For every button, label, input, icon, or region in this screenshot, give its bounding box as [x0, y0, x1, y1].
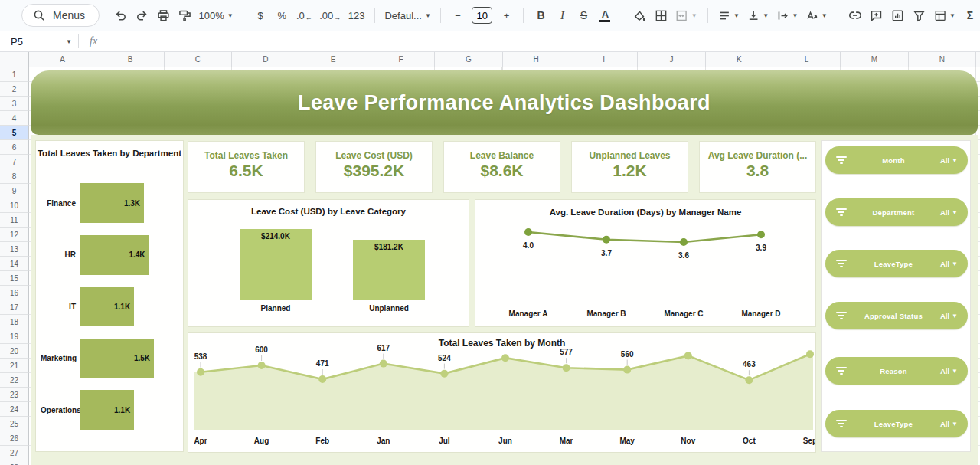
row-header-25[interactable]: 25: [0, 417, 29, 431]
row-header-14[interactable]: 14: [0, 257, 29, 271]
slicer-value-dropdown[interactable]: All▼: [940, 156, 958, 165]
row-header-22[interactable]: 22: [0, 373, 29, 388]
kpi-card-3[interactable]: Leave Balance$8.6K: [443, 141, 560, 193]
row-header-26[interactable]: 26: [0, 431, 29, 446]
insert-chart-button[interactable]: [888, 5, 908, 26]
dashboard-title-banner[interactable]: Leave Performance Analytics Dashboard: [31, 70, 978, 135]
row-header-10[interactable]: 10: [0, 198, 29, 213]
increase-decimal-button[interactable]: .00→: [317, 5, 344, 26]
row-header-23[interactable]: 23: [0, 388, 29, 402]
row-header-27[interactable]: 27: [0, 446, 29, 460]
row-header-6[interactable]: 6: [0, 140, 29, 155]
slicer-value-dropdown[interactable]: All▼: [940, 367, 958, 375]
functions-button[interactable]: Σ: [960, 5, 980, 26]
column-header-B[interactable]: B: [96, 52, 164, 67]
name-box[interactable]: P5 ▼: [0, 36, 78, 47]
column-header-N[interactable]: N: [909, 52, 976, 67]
row-header-16[interactable]: 16: [0, 286, 29, 300]
kpi-card-1[interactable]: Total Leaves Taken6.5K: [188, 141, 305, 193]
row-header-15[interactable]: 15: [0, 271, 29, 286]
slicer-month[interactable]: MonthAll▼: [825, 146, 968, 174]
number-format-button[interactable]: 123: [345, 5, 368, 26]
slicer-leavetype[interactable]: LeaveTypeAll▼: [825, 410, 968, 437]
insert-comment-button[interactable]: [867, 5, 887, 26]
print-button[interactable]: [153, 5, 173, 26]
text-wrap-button[interactable]: ▼: [773, 5, 801, 26]
strikethrough-button[interactable]: S: [573, 5, 593, 26]
sheet-grid[interactable]: 1234567891011121314151617181920212223242…: [0, 67, 980, 465]
row-header-1[interactable]: 1: [0, 67, 29, 82]
slicer-reason[interactable]: ReasonAll▼: [825, 357, 968, 385]
column-header-G[interactable]: G: [435, 52, 502, 67]
slicer-value-dropdown[interactable]: All▼: [940, 420, 958, 428]
formula-input[interactable]: fx: [79, 35, 980, 47]
row-header-21[interactable]: 21: [0, 359, 29, 373]
fill-color-button[interactable]: [629, 5, 649, 26]
slicer-value-dropdown[interactable]: All▼: [940, 208, 958, 217]
decrease-decimal-button[interactable]: .0←: [293, 5, 315, 26]
paint-format-button[interactable]: [175, 5, 194, 26]
row-header-17[interactable]: 17: [0, 300, 29, 315]
column-header-K[interactable]: K: [706, 52, 773, 67]
column-header-J[interactable]: J: [638, 52, 705, 67]
kpi-card-5[interactable]: Avg Leave Duration (...3.8: [699, 141, 816, 193]
row-header-12[interactable]: 12: [0, 228, 29, 242]
create-filter-button[interactable]: [910, 5, 929, 26]
zoom-control[interactable]: 100% ▼: [196, 5, 236, 26]
undo-button[interactable]: [110, 5, 130, 26]
filter-views-button[interactable]: ▼: [931, 5, 959, 26]
decrease-font-size-button[interactable]: −: [448, 5, 468, 26]
slicer-value-dropdown[interactable]: All▼: [940, 260, 958, 268]
row-header-2[interactable]: 2: [0, 82, 29, 97]
borders-button[interactable]: [651, 5, 671, 26]
kpi-card-2[interactable]: Leave Cost (USD)$395.2K: [315, 141, 433, 193]
percent-format-button[interactable]: %: [272, 5, 292, 26]
row-header-4[interactable]: 4: [0, 111, 29, 126]
row-header-3[interactable]: 3: [0, 97, 29, 111]
column-header-D[interactable]: D: [232, 52, 299, 67]
row-header-24[interactable]: 24: [0, 402, 29, 417]
column-header-I[interactable]: I: [570, 52, 638, 67]
kpi-card-4[interactable]: Unplanned Leaves1.2K: [571, 141, 688, 193]
chart-leave-cost-by-category[interactable]: Leave Cost (USD) by Leave Category $214.…: [188, 199, 469, 327]
font-select[interactable]: Defaul... ▼: [382, 5, 433, 26]
menus-search[interactable]: Menus: [21, 4, 100, 27]
row-header-7[interactable]: 7: [0, 155, 29, 169]
font-size-input[interactable]: 10: [472, 7, 492, 24]
column-header-H[interactable]: H: [503, 52, 570, 67]
row-header-20[interactable]: 20: [0, 344, 29, 359]
merge-cells-button[interactable]: ▼: [672, 5, 700, 26]
text-color-button[interactable]: A: [595, 5, 615, 26]
redo-button[interactable]: [132, 5, 152, 26]
vertical-align-button[interactable]: ▼: [744, 5, 772, 26]
row-header-9[interactable]: 9: [0, 184, 29, 198]
row-header-5[interactable]: 5: [0, 126, 29, 140]
column-header-L[interactable]: L: [773, 52, 841, 67]
column-header-E[interactable]: E: [299, 52, 367, 67]
row-header-18[interactable]: 18: [0, 315, 29, 329]
slicer-value-dropdown[interactable]: All▼: [940, 312, 958, 320]
slicer-approval-status[interactable]: Approval StatusAll▼: [825, 302, 968, 329]
bold-button[interactable]: B: [531, 5, 550, 26]
chart-total-leaves-by-month[interactable]: Total Leaves Taken by Month 538Apr600Aug…: [188, 332, 816, 453]
insert-link-button[interactable]: [845, 5, 865, 26]
column-header-M[interactable]: M: [841, 52, 908, 67]
column-header-F[interactable]: F: [368, 52, 435, 67]
increase-font-size-button[interactable]: +: [496, 5, 516, 26]
row-header-13[interactable]: 13: [0, 242, 29, 257]
italic-button[interactable]: I: [552, 5, 572, 26]
slicer-leavetype[interactable]: LeaveTypeAll▼: [825, 250, 968, 277]
text-rotation-button[interactable]: ▼: [802, 5, 830, 26]
row-header-11[interactable]: 11: [0, 213, 29, 228]
select-all-corner[interactable]: [0, 52, 29, 67]
row-header-8[interactable]: 8: [0, 169, 29, 184]
column-header-C[interactable]: C: [165, 52, 232, 67]
chart-total-leaves-by-department[interactable]: Total Leaves Taken by Department Finance…: [35, 140, 184, 452]
column-header-A[interactable]: A: [29, 52, 96, 67]
horizontal-align-button[interactable]: ▼: [715, 5, 743, 26]
chart-avg-leave-duration-by-manager[interactable]: Avg. Leave Duration (Days) by Manager Na…: [475, 199, 816, 327]
row-header-28[interactable]: 28: [0, 460, 29, 465]
currency-format-button[interactable]: $: [250, 5, 270, 26]
row-header-19[interactable]: 19: [0, 329, 29, 344]
slicer-department[interactable]: DepartmentAll▼: [825, 198, 968, 226]
